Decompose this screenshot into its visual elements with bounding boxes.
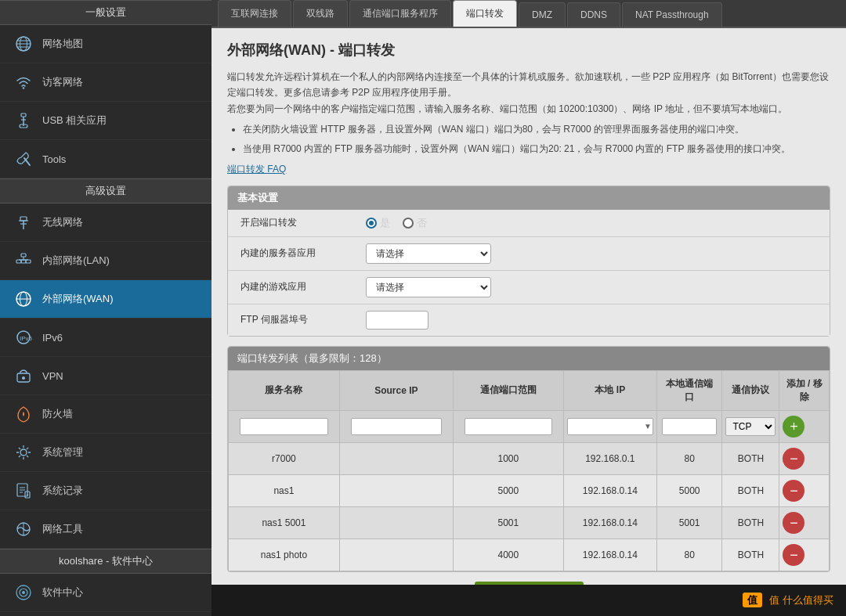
sidebar-item-label: Tools bbox=[42, 153, 66, 165]
sidebar-item-ipv6[interactable]: IPv6 IPv6 bbox=[0, 319, 212, 357]
usb-icon bbox=[13, 110, 34, 131]
ipv6-icon: IPv6 bbox=[13, 326, 34, 348]
sidebar-item-label: USB 相关应用 bbox=[42, 113, 107, 128]
sidebar-item-label: VPN bbox=[42, 370, 63, 382]
input-local-port[interactable] bbox=[662, 418, 717, 435]
vpn-icon bbox=[13, 365, 34, 387]
tab-nat-passthrough[interactable]: NAT Passthrough bbox=[622, 2, 722, 27]
table-input-row: ▼ TCP UDP BOTH + bbox=[229, 410, 830, 442]
svg-rect-19 bbox=[21, 260, 26, 263]
page-title: 外部网络(WAN) - 端口转发 bbox=[227, 41, 830, 59]
svg-point-27 bbox=[22, 376, 25, 380]
input-service-name[interactable] bbox=[240, 418, 328, 435]
faq-link[interactable]: 端口转发 FAQ bbox=[227, 164, 286, 175]
row1-source-ip bbox=[339, 474, 453, 506]
sidebar-item-tools[interactable]: Tools bbox=[0, 140, 212, 178]
sidebar-item-wan[interactable]: 外部网络(WAN) bbox=[0, 280, 212, 319]
sidebar-item-nettools[interactable]: 网络工具 bbox=[0, 510, 212, 549]
bottom-bar: 值 值 什么值得买 bbox=[212, 585, 846, 616]
game-app-row: 内建的游戏应用 请选择 bbox=[228, 271, 830, 304]
tab-ddns[interactable]: DDNS bbox=[567, 2, 620, 27]
row0-service: r7000 bbox=[229, 442, 340, 474]
table-row: nas1 photo 4000 192.168.0.14 80 BOTH − bbox=[229, 539, 830, 571]
radio-yes-label: 是 bbox=[380, 216, 390, 230]
sidebar-item-label: 网络地图 bbox=[42, 37, 83, 51]
sidebar-item-lan[interactable]: 内部网络(LAN) bbox=[0, 242, 212, 280]
server-app-select[interactable]: 请选择 bbox=[366, 243, 491, 264]
main-area: 互联网连接 双线路 通信端口服务程序 端口转发 DMZ DDNS NAT Pas… bbox=[212, 0, 846, 616]
tab-dmz[interactable]: DMZ bbox=[519, 2, 566, 27]
sidebar-item-label: 网络工具 bbox=[42, 522, 83, 536]
radio-yes[interactable]: 是 bbox=[366, 216, 390, 230]
tab-portforward-prog[interactable]: 通信端口服务程序 bbox=[349, 0, 451, 27]
add-rule-button[interactable]: + bbox=[783, 416, 804, 438]
general-section-title: 一般设置 bbox=[0, 0, 212, 25]
input-port-range-cell bbox=[453, 410, 563, 442]
svg-rect-11 bbox=[20, 217, 27, 221]
sidebar-item-label: 内部网络(LAN) bbox=[42, 254, 110, 268]
sidebar-item-wireless[interactable]: 无线网络 bbox=[0, 204, 212, 242]
game-app-label: 内建的游戏应用 bbox=[240, 280, 366, 294]
row1-remove-cell: − bbox=[779, 474, 830, 506]
row3-protocol: BOTH bbox=[722, 539, 779, 571]
row1-local-port: 5000 bbox=[656, 474, 722, 506]
bullet1: 在关闭防火墙设置 HTTP 服务器，且设置外网（WAN 端口）端口为80，会与 … bbox=[243, 121, 830, 137]
syslog-icon bbox=[13, 480, 34, 502]
row1-port-range: 5000 bbox=[453, 474, 563, 506]
sidebar-item-usb-apps[interactable]: USB 相关应用 bbox=[0, 102, 212, 140]
row0-source-ip bbox=[339, 442, 453, 474]
koolshare-section-title: koolshare - 软件中心 bbox=[0, 549, 212, 574]
row0-port-range: 1000 bbox=[453, 442, 563, 474]
row2-source-ip bbox=[339, 506, 453, 539]
tab-dualwan[interactable]: 双线路 bbox=[293, 0, 348, 27]
row3-local-ip: 192.168.0.14 bbox=[563, 539, 656, 571]
sidebar-item-label: IPv6 bbox=[42, 332, 63, 344]
row2-port-range: 5001 bbox=[453, 506, 563, 539]
sidebar-item-guest-network[interactable]: 访客网络 bbox=[0, 63, 212, 102]
sidebar-item-softcenter[interactable]: 软件中心 bbox=[0, 574, 212, 612]
sidebar-item-firewall[interactable]: 防火墙 bbox=[0, 395, 212, 434]
sidebar-item-label: 软件中心 bbox=[42, 585, 83, 600]
col-port-range: 通信端口范围 bbox=[453, 370, 563, 410]
input-source-ip[interactable] bbox=[351, 418, 442, 435]
remove-row1-button[interactable]: − bbox=[783, 480, 804, 502]
sidebar-item-sysadmin[interactable]: 系统管理 bbox=[0, 434, 212, 472]
globe-icon bbox=[13, 33, 34, 55]
game-app-select[interactable]: 请选择 bbox=[366, 277, 491, 297]
desc-text2: 若您要为同一个网络中的客户端指定端口范围，请输入服务名称、端口范围（如 1020… bbox=[227, 103, 787, 114]
remove-row3-button[interactable]: − bbox=[783, 544, 804, 566]
col-add-remove: 添加 / 移除 bbox=[779, 370, 830, 410]
radio-no[interactable]: 否 bbox=[403, 216, 427, 230]
col-local-port: 本地通信端口 bbox=[656, 370, 722, 410]
logo-badge: 值 bbox=[743, 593, 762, 607]
advanced-section-title: 高级设置 bbox=[0, 178, 212, 204]
row3-source-ip bbox=[339, 539, 453, 571]
protocol-select[interactable]: TCP UDP BOTH bbox=[725, 417, 776, 436]
sidebar-item-network-map[interactable]: 网络地图 bbox=[0, 25, 212, 63]
remove-row2-button[interactable]: − bbox=[783, 512, 804, 534]
remove-row0-button[interactable]: − bbox=[783, 448, 804, 470]
logo-text: 值 什么值得买 bbox=[769, 594, 833, 606]
sidebar-item-vpn[interactable]: VPN bbox=[0, 357, 212, 395]
row2-protocol: BOTH bbox=[722, 506, 779, 539]
col-source-ip: Source IP bbox=[339, 370, 453, 410]
row0-local-port: 80 bbox=[656, 442, 722, 474]
input-port-range[interactable] bbox=[465, 418, 552, 435]
sidebar-item-label: 系统管理 bbox=[42, 445, 83, 459]
table-row: nas1 5000 192.168.0.14 5000 BOTH − bbox=[229, 474, 830, 506]
tab-internet[interactable]: 互联网连接 bbox=[218, 0, 291, 27]
row3-remove-cell: − bbox=[779, 539, 830, 571]
radio-no-label: 否 bbox=[417, 216, 427, 230]
desc-text1: 端口转发允许远程计算机在一个私人的内部网络内连接至一个具体的计算机或服务。欲加速… bbox=[227, 71, 829, 98]
table-row: nas1 5001 5001 192.168.0.14 5001 BOTH − bbox=[229, 506, 830, 539]
input-local-ip[interactable] bbox=[567, 418, 653, 435]
enable-portforward-row: 开启端口转发 是 否 bbox=[228, 210, 830, 237]
row0-remove-cell: − bbox=[779, 442, 830, 474]
tab-portforward[interactable]: 端口转发 bbox=[453, 0, 517, 27]
ftp-port-input[interactable]: 2021 bbox=[366, 311, 428, 330]
ip-select-wrap: ▼ bbox=[567, 418, 653, 435]
sidebar-item-syslog[interactable]: 系统记录 bbox=[0, 472, 212, 510]
row2-local-ip: 192.168.0.14 bbox=[563, 506, 656, 539]
svg-line-10 bbox=[24, 158, 30, 165]
table-row: r7000 1000 192.168.0.1 80 BOTH − bbox=[229, 442, 830, 474]
